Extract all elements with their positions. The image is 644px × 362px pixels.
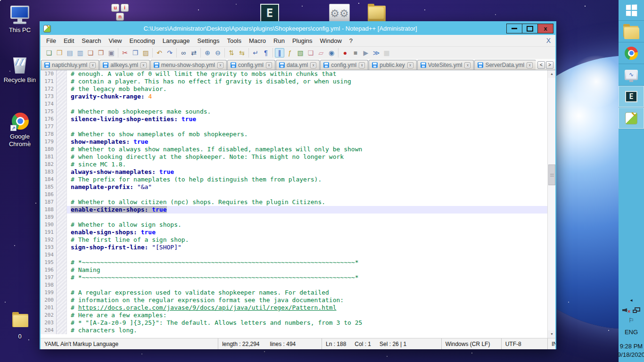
zoom-out-icon[interactable]: ⊖ (213, 48, 223, 58)
bookmark-margin[interactable] (57, 259, 67, 266)
menu-tools[interactable]: Tools (223, 36, 245, 46)
undo-icon[interactable]: ↶ (155, 48, 164, 58)
menubar-close-icon[interactable]: X (546, 37, 551, 44)
status-insert-mode[interactable]: INS (548, 338, 555, 349)
tab-close-icon[interactable]: x (90, 62, 96, 68)
bookmark-margin[interactable] (57, 138, 67, 146)
code-line-179[interactable]: 179show-nameplates: true (41, 138, 547, 146)
taskbar-notepad-plus-plus[interactable] (619, 107, 644, 129)
minimize-button[interactable] (506, 24, 522, 33)
code-line-173[interactable]: 173gravity-chunk-range: 4 (41, 93, 547, 100)
code-line-191[interactable]: 191enable-sign-shops: true (41, 229, 547, 236)
scrollbar-thumb[interactable] (548, 165, 555, 185)
bookmark-margin[interactable] (57, 289, 67, 296)
code-area[interactable]: 170# enough. A value of 0 will limit the… (41, 70, 547, 338)
desktop-icon-folder-0[interactable]: 0 (0, 312, 40, 340)
code-line-195[interactable]: 195# *~~~~~~~~~~~~~~~~~~~~~~~~~~~~~~~~~~… (41, 259, 547, 266)
tab-close-icon[interactable]: x (407, 62, 413, 68)
tab-menu-show-shop.yml[interactable]: menu-show-shop.ymlx (150, 60, 227, 70)
copy-icon[interactable]: ❐ (131, 48, 140, 58)
code-line-193[interactable]: 193sign-shop-first-line: "[SHOP]" (41, 244, 547, 251)
status-eol-format[interactable]: Windows (CR LF) (442, 338, 502, 349)
sync-horizontal-scroll-icon[interactable]: ⇆ (237, 48, 247, 58)
code-line-172[interactable]: 172# the legacy mob behavior. (41, 85, 547, 93)
editor[interactable]: 170# enough. A value of 0 will limit the… (41, 70, 555, 338)
code-line-188[interactable]: 188enable-citizen-shops: true (41, 206, 547, 214)
status-encoding[interactable]: UTF-8 (502, 338, 548, 349)
bookmark-margin[interactable] (57, 214, 67, 221)
code-line-196[interactable]: 196# Naming (41, 266, 547, 274)
maximize-button[interactable] (522, 24, 538, 33)
tab-data.yml[interactable]: data.ymlx (276, 60, 320, 70)
code-line-189[interactable]: 189 (41, 214, 547, 221)
taskbar-google-chrome[interactable] (619, 42, 644, 64)
bookmark-margin[interactable] (57, 85, 67, 93)
menu-file[interactable]: File (42, 36, 60, 46)
desktop-icon-recycle-bin[interactable]: Recycle Bin (0, 56, 40, 83)
taskbar-e-application[interactable]: E (619, 86, 644, 107)
action-center-flag-icon[interactable]: ⚐ (628, 317, 634, 324)
bookmark-margin[interactable] (57, 251, 67, 259)
folder-as-workspace-icon[interactable]: ▱ (316, 48, 326, 58)
menu-plugins[interactable]: Plugins (289, 36, 316, 46)
find-icon[interactable]: ∞ (179, 48, 188, 58)
code-line-198[interactable]: 198 (41, 281, 547, 289)
show-hidden-icons-button[interactable]: ◂ (630, 297, 632, 303)
code-line-199[interactable]: 199# A regular expression used to valida… (41, 289, 547, 296)
tab-close-icon[interactable]: x (217, 62, 223, 68)
code-line-186[interactable]: 186 (41, 191, 547, 198)
tab-close-icon[interactable]: x (266, 62, 272, 68)
menu-macro[interactable]: Macro (245, 36, 270, 46)
replace-icon[interactable]: ⇄ (189, 48, 198, 58)
bookmark-margin[interactable] (57, 115, 67, 123)
code-line-170[interactable]: 170# enough. A value of 0 will limit the… (41, 70, 547, 78)
bookmark-margin[interactable] (57, 191, 67, 198)
menu-settings[interactable]: Settings (194, 36, 223, 46)
bookmark-margin[interactable] (57, 153, 67, 161)
bookmark-margin[interactable] (57, 176, 67, 183)
tab-VoteSites.yml[interactable]: VoteSites.ymlx (417, 60, 474, 70)
tab-allkeys.yml[interactable]: allkeys.ymlx (99, 60, 150, 70)
show-all-characters-icon[interactable]: ¶ (261, 48, 271, 58)
code-line-174[interactable]: 174 (41, 100, 547, 108)
code-line-202[interactable]: 202# Here are a few examples: (41, 312, 547, 319)
bookmark-margin[interactable] (57, 108, 67, 115)
macro-record-icon[interactable]: ● (340, 48, 350, 58)
bookmark-margin[interactable] (57, 236, 67, 244)
menu-edit[interactable]: Edit (60, 36, 78, 46)
macro-stop-icon[interactable]: ■ (351, 48, 360, 58)
macro-save-icon[interactable]: ▦ (382, 48, 391, 58)
tab-naptichluy.yml[interactable]: naptichluy.ymlx (41, 60, 99, 70)
language-indicator[interactable]: ENG (625, 329, 638, 336)
redo-icon[interactable]: ↷ (165, 48, 174, 58)
bookmark-margin[interactable] (57, 296, 67, 304)
macro-run-multiple-icon[interactable]: ≫ (372, 48, 381, 58)
bookmark-margin[interactable] (57, 327, 67, 334)
code-line-171[interactable]: 171# contain a player. This has no effec… (41, 78, 547, 85)
tab-close-icon[interactable]: x (359, 62, 365, 68)
code-line-175[interactable]: 175# Whether mob shopkeepers make sounds… (41, 108, 547, 115)
print-icon[interactable]: ▣ (107, 48, 116, 58)
menu-help[interactable]: ? (346, 36, 356, 46)
bookmark-margin[interactable] (57, 229, 67, 236)
bookmark-margin[interactable] (57, 281, 67, 289)
tab-close-icon[interactable]: x (140, 62, 147, 68)
bookmark-margin[interactable] (57, 319, 67, 327)
tab-config.yml[interactable]: config.ymlx (227, 60, 275, 70)
tab-config.yml[interactable]: config.ymlx (320, 60, 368, 70)
bookmark-margin[interactable] (57, 100, 67, 108)
new-file-icon[interactable]: ❏ (44, 48, 54, 58)
menu-search[interactable]: Search (78, 36, 105, 46)
desktop-icon-google-chrome[interactable]: ↗ Google Chrome (0, 112, 40, 148)
show-indent-guide-icon[interactable]: ∥ (275, 48, 284, 58)
code-line-176[interactable]: 176silence-living-shop-entities: true (41, 115, 547, 123)
scroll-down-arrow-icon[interactable]: ▼ (548, 330, 555, 338)
code-line-178[interactable]: 178# Whether to show nameplates of mob s… (41, 131, 547, 138)
bookmark-margin[interactable] (57, 198, 67, 206)
tab-close-icon[interactable]: x (310, 62, 316, 68)
tab-ServerData.yml[interactable]: ServerData.ymlx (474, 60, 536, 70)
code-line-197[interactable]: 197# *~~~~~~~~~~~~~~~~~~~~~~~~~~~~~~~~~~… (41, 274, 547, 281)
bookmark-margin[interactable] (57, 221, 67, 229)
bookmark-margin[interactable] (57, 123, 67, 131)
network-icon[interactable] (633, 307, 640, 313)
